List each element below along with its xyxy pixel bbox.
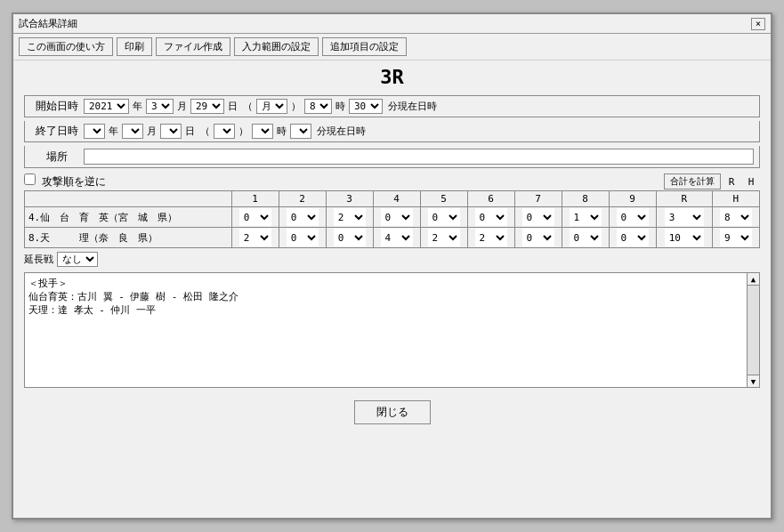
extra-select[interactable]: なし あり [57,252,98,267]
add-items-button[interactable]: 追加項目の設定 [322,37,407,56]
inning-header-9: 9 [609,191,656,207]
team1-inn5-select[interactable]: 0123 [428,208,460,226]
team1-inn5: 0123 [420,207,467,228]
start-hour-select[interactable]: 8 [304,99,332,114]
team1-inn4-select[interactable]: 0123 [381,208,413,226]
end-year-select[interactable] [84,124,105,139]
team2-inn5-select[interactable]: 0123 [428,229,460,246]
input-range-button[interactable]: 入力範囲の設定 [234,37,319,56]
team2-inn4: 012345 [373,228,420,248]
start-minute-select[interactable]: 30 [349,99,383,114]
team1-inn7-select[interactable]: 0123 [522,208,554,226]
inning-header-6: 6 [467,191,514,207]
print-button[interactable]: 印刷 [117,37,152,56]
team2-total-r-select[interactable]: 100123456789 [665,229,704,246]
team2-inn2-select[interactable]: 0123 [287,229,319,246]
team1-inn2: 0123 [279,207,326,228]
team2-inn5: 0123 [420,228,467,248]
calc-total-button[interactable]: 合計を計算 [664,173,721,189]
end-hi-label: 日 [185,125,195,138]
start-month-select[interactable]: 3 [146,99,174,114]
content-area: 開始日時 2021 年 3 月 29 日 （ 月 ） [13,92,771,428]
team2-total-h-select[interactable]: 901234567810 [720,229,752,246]
end-day-select[interactable] [160,124,182,139]
end-tsuki-label: 月 [147,125,157,138]
window-title: 試合結果詳細 [19,17,77,30]
score-table: 1 2 3 4 5 6 7 8 9 R H 4.仙 台 [24,190,760,248]
team1-inn8: 0123 [562,207,609,228]
location-row: 場所 [24,146,760,168]
score-section: 攻撃順を逆に 合計を計算 R H 1 2 3 4 5 [24,173,760,248]
location-label: 場所 [30,149,84,165]
team2-inn1-select[interactable]: 0123 [239,229,271,246]
notes-line2: 天理：達 孝太 - 仲川 一平 [28,303,741,317]
start-year-select[interactable]: 2021 [84,99,129,114]
start-day-select[interactable]: 29 [190,99,224,114]
end-date-fields: 年 月 日 （ ） 時 [84,124,366,139]
end-youbi-select[interactable] [214,124,235,139]
inning-header-3: 3 [326,191,373,207]
ji-label: 時 [335,100,345,113]
team1-inn1-select[interactable]: 0123456789 [239,208,271,226]
team2-total-r: 100123456789 [656,228,712,248]
team1-inn8-select[interactable]: 0123 [570,208,602,226]
team2-inn4-select[interactable]: 012345 [381,229,413,246]
inning-header-2: 2 [279,191,326,207]
team1-total-r-select[interactable]: 301245678910 [665,208,704,226]
team1-inn6: 0123 [467,207,514,228]
r-col-header: R [723,176,740,188]
team2-name: 8.天 理（奈 良 県） [25,228,232,248]
end-genzi-label: 分現在日時 [317,125,366,138]
usage-button[interactable]: この画面の使い方 [19,37,113,56]
calc-area: 合計を計算 R H [664,173,760,189]
team1-inn4: 0123 [373,207,420,228]
file-create-button[interactable]: ファイル作成 [156,37,230,56]
team2-inn6-select[interactable]: 0123 [475,229,507,246]
close-dialog-button[interactable]: 閉じる [354,400,431,424]
team2-inn9: 0123 [609,228,656,248]
team1-inn9-select[interactable]: 0123 [617,208,649,226]
nen-label: 年 [133,100,142,113]
end-ji-label: 時 [277,125,287,138]
end-date-label: 終了日時 [30,124,84,139]
game-round-title: 3R [13,60,771,92]
location-input[interactable] [84,149,754,165]
team2-inn1: 0123 [231,228,279,248]
team2-inn3: 0123 [326,228,373,248]
team2-inn6: 0123 [467,228,514,248]
h-header: H [712,191,759,207]
end-month-select[interactable] [122,124,143,139]
team2-inn8-select[interactable]: 0123 [570,229,602,246]
team1-row: 4.仙 台 育 英（宮 城 県） 0123456789 0123 0123 01… [25,207,760,228]
team1-total-h-select[interactable]: 801234567910 [720,208,752,226]
team2-inn8: 0123 [562,228,609,248]
start-youbi-select[interactable]: 月 [256,99,287,114]
team1-inn3-select[interactable]: 0123 [334,208,366,226]
team1-inn1: 0123456789 [231,207,279,228]
end-minute-select[interactable] [290,124,311,139]
attack-order-checkbox[interactable] [24,173,36,185]
attack-order-label: 攻撃順を逆に [42,175,106,188]
notes-line1: 仙台育英：古川 翼 - 伊藤 樹 - 松田 隆之介 [28,290,741,303]
end-hour-select[interactable] [252,124,273,139]
hi-label: 日 [228,100,238,113]
r-header: R [656,191,712,207]
start-date-fields: 2021 年 3 月 29 日 （ 月 ） 8 時 [84,99,437,114]
team1-inn2-select[interactable]: 0123 [287,208,319,226]
footer: 閉じる [24,400,760,424]
toolbar: この画面の使い方 印刷 ファイル作成 入力範囲の設定 追加項目の設定 [13,34,771,60]
close-paren: ） [291,100,301,113]
start-genzi-label: 分現在日時 [388,100,437,113]
team2-inn9-select[interactable]: 0123 [617,229,649,246]
inning-header-8: 8 [562,191,609,207]
notes-scrollbar[interactable]: ▲ ▼ [747,273,759,387]
notes-section: ＜投手＞ 仙台育英：古川 翼 - 伊藤 樹 - 松田 隆之介 天理：達 孝太 -… [24,272,760,388]
scroll-down-btn[interactable]: ▼ [748,375,759,387]
close-window-button[interactable]: × [751,18,765,30]
team1-inn3: 0123 [326,207,373,228]
team2-inn7-select[interactable]: 0123 [522,229,554,246]
team1-inn6-select[interactable]: 0123 [475,208,507,226]
team2-inn3-select[interactable]: 0123 [334,229,366,246]
team1-total-h: 801234567910 [712,207,759,228]
scroll-up-btn[interactable]: ▲ [748,273,759,286]
